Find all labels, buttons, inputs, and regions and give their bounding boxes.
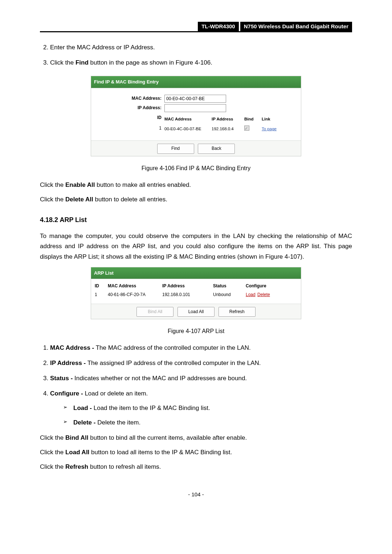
panel-title: Find IP & MAC Binding Entry xyxy=(91,76,301,88)
def-ip: IP Address - The assigned IP address of … xyxy=(50,358,352,368)
col-bind: Bind xyxy=(244,116,255,123)
figure-4-107: ARP List ID MAC Address IP Address Statu… xyxy=(91,267,301,320)
load-all-button[interactable]: Load All xyxy=(177,307,215,317)
delete-all-para: Click the Delete All button to delete al… xyxy=(40,194,352,205)
ip-label: IP Address: xyxy=(96,104,164,112)
id-label: ID xyxy=(96,114,164,122)
load-link[interactable]: Load xyxy=(246,292,256,297)
refresh-para: Click the Refresh button to refresh all … xyxy=(40,462,352,472)
delete-link[interactable]: Delete xyxy=(257,292,270,297)
arp-panel-title: ARP List xyxy=(91,267,301,279)
arp-row-mac: 40-61-86-CF-20-7A xyxy=(108,291,162,299)
sub-load: Load - Load the item to the IP & MAC Bin… xyxy=(63,403,352,413)
definitions-list: MAC Address - The MAC address of the con… xyxy=(40,343,352,428)
mac-label: MAC Address: xyxy=(96,95,164,102)
arp-col-mac: MAC Address xyxy=(108,283,162,290)
bind-all-button: Bind All xyxy=(136,307,173,317)
section-heading: 4.18.2 ARP List xyxy=(40,215,352,226)
arp-col-id: ID xyxy=(95,283,108,290)
col-ip: IP Address xyxy=(212,116,238,123)
def-mac: MAC Address - The MAC address of the con… xyxy=(50,343,352,353)
product-label: N750 Wireless Dual Band Gigabit Router xyxy=(240,22,352,31)
col-mac: MAC Address xyxy=(164,116,205,123)
figure-4-106: Find IP & MAC Binding Entry MAC Address:… xyxy=(91,76,301,156)
def-configure: Configure - Load or delete an item. Load… xyxy=(50,389,352,428)
ip-input[interactable] xyxy=(164,104,226,112)
arp-col-configure: Configure xyxy=(246,283,289,290)
row-bind xyxy=(244,126,255,133)
arp-row-id: 1 xyxy=(95,291,108,299)
model-label: TL-WDR4300 xyxy=(198,22,239,31)
step-3: Click the Find button in the page as sho… xyxy=(50,58,352,68)
check-icon xyxy=(244,126,249,131)
step-list: Enter the MAC Address or IP Address. Cli… xyxy=(40,42,352,68)
enable-all-para: Click the Enable All button to make all … xyxy=(40,180,352,190)
load-all-para: Click the Load All button to load all it… xyxy=(40,447,352,457)
bind-all-para: Click the Bind All button to bind all th… xyxy=(40,433,352,443)
row-mac: 00-E0-4C-00-07-BE xyxy=(164,126,205,132)
figure-4-107-caption: Figure 4-107 ARP List xyxy=(91,327,301,336)
to-page-link[interactable]: To page xyxy=(262,126,283,132)
arp-intro: To manage the computer, you could observ… xyxy=(40,231,352,262)
doc-header: TL-WDR4300 N750 Wireless Dual Band Gigab… xyxy=(40,22,352,32)
arp-col-ip: IP Address xyxy=(162,283,213,290)
find-button[interactable]: Find xyxy=(157,144,194,154)
arp-row-ip: 192.168.0.101 xyxy=(162,291,213,299)
page-number: - 104 - xyxy=(40,490,352,499)
step-2: Enter the MAC Address or IP Address. xyxy=(50,42,352,53)
arp-row-status: Unbound xyxy=(213,291,246,299)
arp-col-status: Status xyxy=(213,283,246,290)
col-link: Link xyxy=(262,116,283,123)
back-button[interactable]: Back xyxy=(198,144,235,154)
row-ip: 192.168.0.4 xyxy=(212,126,238,132)
refresh-button[interactable]: Refresh xyxy=(219,307,256,317)
sub-delete: Delete - Delete the item. xyxy=(63,418,352,428)
figure-4-106-caption: Figure 4-106 Find IP & MAC Binding Entry xyxy=(91,164,301,173)
def-status: Status - Indicates whether or not the MA… xyxy=(50,373,352,383)
row-id: 1 xyxy=(96,125,164,132)
mac-input[interactable] xyxy=(164,95,226,103)
